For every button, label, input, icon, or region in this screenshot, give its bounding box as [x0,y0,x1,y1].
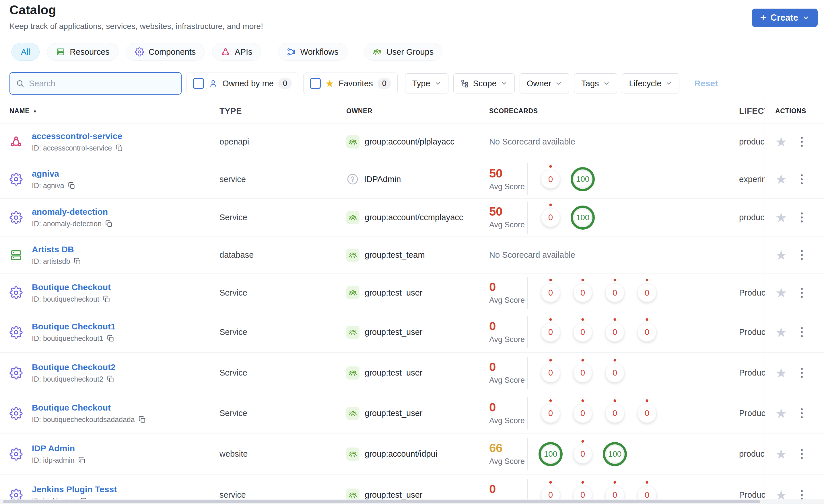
copy-icon[interactable] [105,220,113,228]
favorite-star-icon[interactable]: ★ [775,249,787,262]
scorecard-circle-zero[interactable]: 0 [573,404,592,423]
favorite-star-icon[interactable]: ★ [775,407,787,420]
kebab-menu-icon[interactable] [799,366,805,380]
copy-icon[interactable] [115,144,123,152]
tab-resources[interactable]: Resources [47,43,118,61]
entity-name-link[interactable]: Boutique Checkout1 [32,322,116,332]
scorecard-circle-zero[interactable]: 0 [573,283,592,302]
entity-name-link[interactable]: Boutique Checkout [32,403,146,412]
favorite-star-icon[interactable]: ★ [775,211,787,224]
tab-workflows[interactable]: Workflows [278,43,347,61]
kebab-menu-icon[interactable] [799,135,805,148]
scorecard-circle-full[interactable]: 100 [571,167,595,191]
favorite-star-icon[interactable]: ★ [775,366,787,380]
scorecard-circle-zero[interactable]: 0 [541,170,560,188]
copy-icon[interactable] [107,375,114,383]
scorecard-circle-full[interactable]: 100 [538,442,562,466]
search-input[interactable] [28,79,175,89]
entity-name-link[interactable]: Boutique Checkout2 [32,362,116,372]
copy-icon[interactable] [138,416,146,423]
favorite-star-icon[interactable]: ★ [775,448,787,461]
type-cell: Service [210,312,346,352]
entity-name-link[interactable]: Boutique Checkout [32,282,111,292]
owned-by-me-filter[interactable]: Owned by me 0 [187,73,298,94]
scorecard-circle-zero[interactable]: 0 [541,323,560,342]
scorecard-circle-zero[interactable]: 0 [605,323,624,342]
scorecard-circles: 0000 [534,404,663,423]
scorecard-circle-zero[interactable]: 0 [605,283,624,302]
divider [527,277,528,309]
copy-icon[interactable] [74,257,81,265]
create-button[interactable]: + Create [752,9,818,27]
tab-apis[interactable]: APIs [212,43,261,61]
entity-name-link[interactable]: accesscontrol-service [32,131,123,141]
gauge-dot [614,359,616,362]
scorecard-circle-zero[interactable]: 0 [637,404,656,423]
kebab-menu-icon[interactable] [799,326,805,339]
entity-id: ID: boutiquecheckout1 [32,334,103,343]
favorites-checkbox[interactable] [310,78,321,89]
favorite-star-icon[interactable]: ★ [775,135,787,148]
owner-dropdown[interactable]: Owner [520,74,569,94]
type-dropdown-label: Type [412,79,430,88]
tab-user-groups[interactable]: User Groups [364,43,442,61]
avg-score-label: Avg Score [489,296,527,305]
scorecard-circle-zero[interactable]: 0 [573,445,592,464]
owned-by-me-count: 0 [278,78,292,89]
table-row: Artists DBID: artistsdbdatabasegroup:tes… [0,237,824,274]
scorecard-circle-zero[interactable]: 0 [637,323,656,342]
workflow-icon [287,47,296,56]
column-header-actions: ACTIONS [764,98,824,124]
tags-dropdown[interactable]: Tags [574,74,617,94]
tab-components[interactable]: Components [126,43,205,61]
api-icon [9,135,23,148]
scorecard-circle-zero[interactable]: 0 [637,283,656,302]
kebab-menu-icon[interactable] [799,447,805,461]
owned-by-me-checkbox[interactable] [193,78,204,89]
kebab-menu-icon[interactable] [799,406,805,420]
scorecard-circle-full[interactable]: 100 [603,442,627,466]
favorite-star-icon[interactable]: ★ [775,172,787,186]
scope-dropdown[interactable]: Scope [453,74,515,94]
scrollbar-thumb[interactable] [3,500,760,503]
copy-icon[interactable] [107,335,114,342]
no-scorecard-text: No Scorecard available [489,137,575,146]
scorecard-circle-zero[interactable]: 0 [541,364,560,382]
entity-name-link[interactable]: agniva [32,169,76,178]
scorecard-circle-zero[interactable]: 0 [573,364,592,382]
scorecard-circle-zero[interactable]: 0 [541,404,560,423]
scorecard-circle-zero[interactable]: 0 [605,404,624,423]
favorite-star-icon[interactable]: ★ [775,326,787,339]
gauge-dot [614,399,616,402]
gauge-dot [614,279,616,281]
scorecard-circle-zero[interactable]: 0 [605,364,624,382]
tab-all[interactable]: All [11,43,39,61]
entity-name-link[interactable]: anomaly-detection [32,207,113,217]
kebab-menu-icon[interactable] [799,248,805,262]
scorecard-circle-zero[interactable]: 0 [541,208,560,227]
kebab-menu-icon[interactable] [799,211,805,224]
kebab-menu-icon[interactable] [799,172,805,186]
scorecard-circles: 0000 [534,283,663,302]
entity-name-link[interactable]: IDP Admin [32,444,86,453]
avg-score-value: 0 [489,483,527,495]
group-icon [346,286,359,299]
scorecard-circle-zero[interactable]: 0 [541,283,560,302]
lifecycle-dropdown[interactable]: Lifecycle [622,74,680,94]
gauge-dot [549,399,552,402]
entity-name-link[interactable]: Artists DB [32,245,81,254]
favorite-star-icon[interactable]: ★ [775,286,787,299]
reset-filters-button[interactable]: Reset [694,79,718,88]
entity-name-link[interactable]: Jenkins Plugin Tesst [32,485,117,494]
copy-icon[interactable] [103,295,110,303]
scorecard-circle-zero[interactable]: 0 [573,323,592,342]
copy-icon[interactable] [68,182,76,190]
kebab-menu-icon[interactable] [799,286,805,299]
name-cell: Boutique Checkout1ID: boutiquecheckout1 [0,312,210,352]
column-header-name[interactable]: NAME ▲ [0,98,210,124]
lifecycle-dropdown-label: Lifecycle [629,79,661,88]
type-dropdown[interactable]: Type [405,74,448,94]
copy-icon[interactable] [78,457,86,464]
favorites-filter[interactable]: ★ Favorites 0 [303,73,398,94]
scorecard-circle-full[interactable]: 100 [571,206,595,230]
